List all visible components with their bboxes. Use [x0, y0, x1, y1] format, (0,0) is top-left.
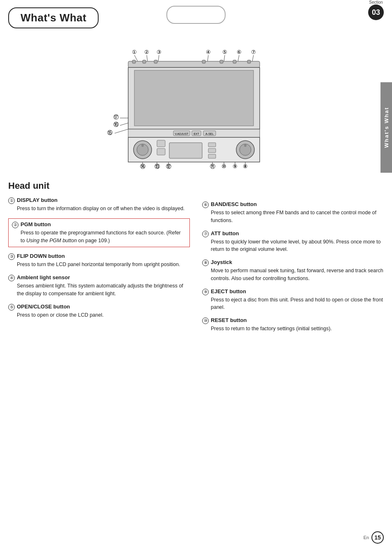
footer-en-label: En — [364, 535, 369, 540]
svg-rect-20 — [233, 60, 236, 63]
item-7-num: ⑦ — [202, 231, 209, 237]
svg-rect-49 — [169, 143, 202, 158]
item-1-label: DISPLAY button — [17, 197, 58, 203]
page-title: What's What — [21, 12, 86, 24]
item-10-title: ⑩ RESET button — [202, 317, 384, 324]
svg-line-8 — [147, 55, 148, 61]
svg-line-9 — [158, 55, 159, 61]
item-4-body: Senses ambient light. This system automa… — [8, 282, 190, 298]
item-1-body: Press to turn the information display on… — [8, 205, 190, 213]
item-10-body: Press to return to the factory settings … — [202, 325, 384, 333]
item-8-title: ⑧ Joystick — [202, 259, 384, 266]
svg-rect-15 — [132, 60, 136, 63]
footer-page-number: 15 — [371, 531, 384, 544]
item-8-label: Joystick — [211, 259, 232, 265]
svg-line-13 — [252, 55, 254, 61]
svg-line-28 — [120, 123, 128, 125]
item-pgm-button: ② PGM button Press to operate the prepro… — [8, 218, 190, 248]
svg-text:⑤: ⑤ — [222, 49, 227, 55]
item-eject-button: ⑨ EJECT button Press to eject a disc fro… — [202, 288, 384, 312]
svg-rect-18 — [202, 60, 205, 63]
section-label-box: Section 03 — [368, 0, 384, 20]
item-4-label: Ambient light sensor — [17, 274, 70, 280]
item-3-body: Press to turn the LCD panel horizontal t… — [8, 261, 190, 269]
item-5-title: ⑤ OPEN/CLOSE button — [8, 303, 190, 310]
item-2-label: PGM button — [21, 221, 51, 227]
svg-rect-17 — [154, 60, 157, 63]
svg-text:⑯: ⑯ — [113, 121, 119, 127]
item-3-num: ③ — [8, 253, 15, 260]
section-heading: Head unit — [8, 181, 190, 191]
svg-text:EXT: EXT — [194, 132, 199, 135]
item-reset-button: ⑩ RESET button Press to return to the fa… — [202, 317, 384, 333]
svg-rect-47 — [208, 148, 216, 153]
item-9-label: EJECT button — [211, 288, 246, 294]
svg-point-43 — [244, 144, 247, 147]
item-2-num: ② — [12, 222, 18, 228]
item-8-body: Move to perform manual seek tuning, fast… — [202, 267, 384, 283]
svg-rect-16 — [143, 60, 146, 63]
side-label-text: What's What — [383, 107, 390, 148]
item-2-title: ② PGM button — [12, 221, 186, 228]
item-band-esc-button: ⑥ BAND/ESC button Press to select among … — [202, 201, 384, 225]
diagram-area: ① ② ③ ④ ⑤ ⑥ ⑦ ⑰ ⑯ ⑮ — [0, 28, 392, 181]
svg-point-40 — [141, 144, 144, 147]
svg-line-11 — [224, 55, 225, 61]
device-diagram: ① ② ③ ④ ⑤ ⑥ ⑦ ⑰ ⑯ ⑮ — [93, 41, 299, 172]
item-6-label: BAND/ESC button — [211, 201, 257, 207]
page-footer: En 15 — [0, 527, 392, 548]
empty-oval — [166, 6, 226, 24]
svg-text:V.ADJUST: V.ADJUST — [175, 132, 189, 135]
page-header: What's What Section 03 — [0, 0, 392, 28]
item-3-label: FLIP DOWN button — [17, 253, 65, 259]
item-1-title: ① DISPLAY button — [8, 197, 190, 204]
svg-line-10 — [208, 55, 208, 61]
svg-text:④: ④ — [206, 49, 211, 55]
item-9-num: ⑨ — [202, 289, 209, 295]
svg-line-12 — [238, 55, 239, 61]
item-8-num: ⑧ — [202, 259, 209, 266]
side-label: What's What — [380, 82, 392, 173]
item-5-num: ⑤ — [8, 304, 15, 310]
left-column: Head unit ① DISPLAY button Press to turn… — [8, 181, 190, 338]
item-4-num: ④ — [8, 275, 15, 281]
svg-text:⑮: ⑮ — [107, 130, 113, 136]
item-9-title: ⑨ EJECT button — [202, 288, 384, 295]
svg-text:⑦: ⑦ — [251, 49, 256, 55]
svg-rect-46 — [208, 143, 216, 147]
item-6-title: ⑥ BAND/ESC button — [202, 201, 384, 208]
item-1-num: ① — [8, 197, 15, 204]
item-2-body: Press to operate the preprogrammed funct… — [12, 229, 186, 245]
svg-rect-45 — [157, 148, 165, 155]
item-7-body: Press to quickly lower the volume level,… — [202, 238, 384, 254]
svg-rect-48 — [208, 154, 216, 158]
title-box: What's What — [8, 7, 99, 28]
item-open-close-button: ⑤ OPEN/CLOSE button Press to open or clo… — [8, 303, 190, 319]
item-9-body: Press to eject a disc from this unit. Pr… — [202, 296, 384, 312]
svg-text:②: ② — [144, 49, 149, 55]
item-10-label: RESET button — [211, 317, 247, 323]
item-ambient-light: ④ Ambient light sensor Senses ambient li… — [8, 274, 190, 298]
svg-rect-44 — [157, 140, 165, 147]
item-flip-down-button: ③ FLIP DOWN button Press to turn the LCD… — [8, 253, 190, 269]
section-number: 03 — [368, 5, 384, 20]
svg-rect-14 — [128, 61, 260, 67]
item-joystick: ⑧ Joystick Move to perform manual seek t… — [202, 259, 384, 283]
svg-text:A-SEL: A-SEL — [205, 132, 214, 135]
item-5-label: OPEN/CLOSE button — [17, 303, 70, 310]
item-att-button: ⑦ ATT button Press to quickly lower the … — [202, 230, 384, 254]
right-column: ⑥ BAND/ESC button Press to select among … — [202, 181, 384, 338]
svg-text:③: ③ — [157, 49, 161, 55]
item-10-num: ⑩ — [202, 317, 209, 324]
item-display-button: ① DISPLAY button Press to turn the infor… — [8, 197, 190, 213]
item-7-label: ATT button — [211, 230, 239, 236]
item-6-body: Press to select among three FM bands and… — [202, 209, 384, 225]
item-4-title: ④ Ambient light sensor — [8, 274, 190, 281]
svg-rect-23 — [134, 70, 254, 126]
section-label: Section — [369, 0, 383, 5]
item-3-title: ③ FLIP DOWN button — [8, 253, 190, 260]
svg-rect-19 — [220, 60, 223, 63]
item-6-num: ⑥ — [202, 202, 209, 208]
svg-rect-21 — [247, 60, 251, 63]
svg-text:⑰: ⑰ — [113, 114, 119, 120]
